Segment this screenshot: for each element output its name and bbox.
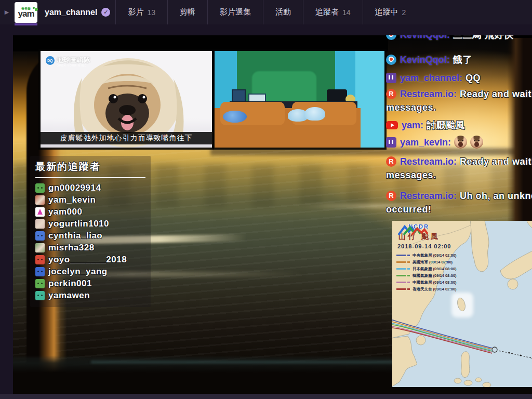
follower-name: perkin001 — [48, 278, 92, 289]
channel-logo[interactable]: 蕃薯藤 yam — [14, 2, 37, 23]
chat-text: QQ — [466, 73, 481, 83]
follower-row: yamawen — [35, 290, 145, 301]
city-skyline-silhouette — [210, 148, 532, 155]
legend-line — [396, 255, 406, 256]
orange-couch — [215, 108, 361, 148]
legend-row: 中央氣象局 (09/14 02:00) — [396, 252, 457, 258]
avatar — [35, 183, 45, 193]
followers-title: 最新的追蹤者 — [35, 160, 145, 178]
tab-追蹤中[interactable]: 追蹤中2 — [363, 0, 418, 24]
landscape-blur — [13, 164, 532, 208]
watermark-subtitle: OPEN YOUR MIND — [57, 64, 90, 67]
map-datetime: 2018-09-14 02:00 — [397, 243, 457, 249]
map-legend: 中央氣象局 (09/14 02:00)美國海軍 (09/14 02:00)日本氣… — [396, 252, 457, 292]
chat-message: yam_kevin: — [386, 136, 532, 149]
chat-username: Restream.io: — [400, 89, 457, 99]
follower-row: yam000 — [35, 206, 145, 218]
avatar — [35, 291, 45, 300]
blue-cap — [304, 107, 325, 121]
dq-logo-icon: DQ — [46, 56, 55, 65]
subtitle-text: 皮膚鬆弛外加地心引力而導致嘴角往下 — [60, 134, 193, 143]
chat-message: Restream.io:Ready and waiting for yourme… — [386, 87, 532, 114]
stream-video[interactable]: DQ 地球圖輯隊 OPEN YOUR MIND 皮膚鬆弛外加地心引力而導致嘴角往… — [13, 35, 532, 394]
dq-watermark: DQ 地球圖輯隊 OPEN YOUR MIND — [46, 56, 90, 67]
blue-pillow — [223, 111, 247, 122]
follower-name: yogurtlin1010 — [48, 219, 109, 229]
legend-label: 美國海軍 (09/14 02:00) — [413, 260, 453, 265]
train-window-frame-left — [26, 51, 67, 394]
latest-followers-panel: 最新的追蹤者 gn00029914yam_kevinyam000yogurtli… — [30, 156, 151, 307]
tab-count: 14 — [342, 8, 351, 17]
chat-message: Restream.io:Uh oh, an unknown erroroccur… — [386, 189, 532, 216]
legend-line — [396, 261, 406, 263]
twitch-icon — [386, 137, 396, 148]
yam-logo: 蕃薯藤 yam — [15, 2, 37, 23]
avatar — [35, 243, 45, 252]
storm-title: 山竹 颱風 — [398, 232, 457, 242]
tab-活動[interactable]: 活動 — [263, 0, 303, 24]
motion-blur — [13, 143, 532, 394]
tab-label: 追蹤者 — [315, 7, 339, 17]
tab-影片[interactable]: 影片13 — [115, 0, 167, 24]
followers-list: gn00029914yam_kevinyam000yogurtlin1010cy… — [35, 182, 145, 301]
subtitle-bar: 皮膚鬆弛外加地心引力而導致嘴角往下 — [41, 132, 212, 144]
tab-label: 活動 — [275, 7, 291, 17]
twitch-icon — [386, 73, 396, 83]
chat-text: 三三鳥 飛好快 — [453, 35, 514, 40]
plush-toy — [345, 95, 356, 104]
channel-name[interactable]: yam_channel — [45, 8, 97, 17]
avatar — [35, 231, 45, 241]
legend-row: 韓國氣象廳 (09/14 08:00) — [396, 273, 457, 278]
twitch-channel-page: ▶ 蕃薯藤 yam yam_channel ✓ 影片13剪輯影片選集活動追蹤者1… — [0, 0, 532, 399]
legend-row: 香港天文台 (09/14 02:00) — [396, 286, 457, 292]
tab-label: 影片 — [128, 7, 143, 17]
sill-highlight — [91, 361, 454, 364]
tab-label: 影片選集 — [220, 7, 251, 17]
avatar — [35, 279, 45, 288]
tab-剪輯[interactable]: 剪輯 — [167, 0, 207, 24]
typhoon-map: NCDR 山竹 颱風 2018-09-14 02:00 中央氣象局 (09/14… — [392, 221, 532, 387]
chat-message: KevinQqol:三三鳥 飛好快 — [386, 35, 532, 42]
chat-username: Restream.io: — [400, 156, 457, 167]
chat-username: yam_kevin: — [400, 137, 451, 148]
avatar — [35, 219, 45, 229]
top-letterbox — [13, 35, 532, 38]
tab-count: 13 — [147, 8, 155, 17]
ncdr-logo: NCDR — [396, 223, 441, 230]
follower-row: gn00029914 — [35, 182, 145, 194]
chat-message: Restream.io:Ready and waiting for yourme… — [386, 155, 532, 182]
picture-frame — [248, 94, 265, 108]
avatar — [35, 255, 45, 264]
chat-text: Uh oh, an unknown error — [460, 191, 532, 201]
chat-username: yam_channel: — [400, 73, 462, 83]
chat-username: KevinQqol: — [400, 55, 450, 65]
top-letterbox-left — [13, 35, 388, 51]
follower-row: yoyo_______2018 — [35, 254, 145, 265]
train-window-frame-right — [507, 35, 532, 394]
restream-icon — [386, 156, 396, 167]
tab-label: 剪輯 — [180, 7, 195, 17]
water-reflection — [18, 272, 303, 277]
chat-text: messages. — [386, 101, 532, 114]
follower-row: yam_kevin — [35, 194, 145, 206]
tab-追蹤者[interactable]: 追蹤者14 — [303, 0, 363, 24]
follower-row: yogurtlin1010 — [35, 218, 145, 230]
camcorder — [327, 89, 347, 102]
follower-name: yam_kevin — [48, 195, 96, 205]
tab-影片選集[interactable]: 影片選集 — [207, 0, 263, 24]
pug-illustration — [41, 51, 212, 148]
chat-message: KevinQqol:餓了 — [386, 53, 532, 66]
follower-name: yam000 — [48, 207, 82, 217]
legend-label: 中央氣象局 (09/14 02:00) — [413, 253, 457, 258]
expand-sidebar-icon[interactable]: ▶ — [0, 9, 14, 16]
follower-name: jocelyn_yang — [48, 267, 108, 277]
cabinet — [230, 101, 357, 123]
surprised-face-emote — [454, 136, 467, 149]
watermark-title: 地球圖輯隊 — [57, 56, 90, 64]
restream-icon — [386, 89, 396, 99]
picture-frame — [232, 89, 246, 109]
east-asia-map — [392, 221, 532, 387]
follower-name: yamawen — [48, 290, 90, 301]
follower-name: gn00029914 — [48, 183, 101, 193]
avatar — [35, 207, 45, 217]
